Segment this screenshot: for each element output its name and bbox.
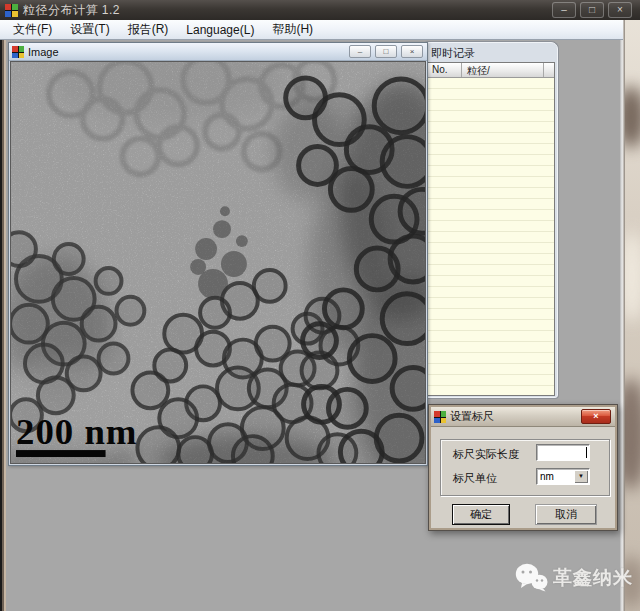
dialog-titlebar[interactable]: 设置标尺 × xyxy=(431,407,615,427)
close-icon[interactable]: × xyxy=(581,409,611,424)
menu-help[interactable]: 帮助(H) xyxy=(263,19,322,40)
text-caret xyxy=(586,447,587,458)
chevron-down-icon[interactable]: ▼ xyxy=(574,470,588,483)
column-header-size[interactable]: 粒径/ xyxy=(462,63,544,77)
image-window-controls: – □ × xyxy=(349,45,423,58)
close-icon[interactable]: × xyxy=(608,2,632,18)
tem-micrograph: 200 nm xyxy=(11,62,425,463)
scale-unit-dropdown[interactable]: nm ▼ xyxy=(536,468,590,485)
window-right-border xyxy=(620,20,625,611)
scale-unit-label: 标尺单位 xyxy=(453,471,497,486)
restore-icon[interactable]: □ xyxy=(375,45,397,58)
minimize-icon[interactable]: – xyxy=(349,45,371,58)
record-table-header: No. 粒径/ xyxy=(427,63,554,78)
scale-bar-line xyxy=(16,450,106,457)
menu-file[interactable]: 文件(F) xyxy=(4,19,61,40)
image-window-titlebar[interactable]: Image – □ × xyxy=(9,43,427,61)
record-table-body[interactable] xyxy=(427,78,554,394)
watermark-text: 革鑫纳米 xyxy=(553,565,633,591)
scale-length-label: 标尺实际长度 xyxy=(453,447,519,462)
watermark: 革鑫纳米 xyxy=(515,563,633,592)
menu-language[interactable]: Language(L) xyxy=(177,21,263,39)
app-icon xyxy=(5,4,18,17)
minimize-icon[interactable]: – xyxy=(552,2,576,18)
scale-bar-label: 200 nm xyxy=(16,411,137,452)
menu-settings[interactable]: 设置(T) xyxy=(61,19,118,40)
menu-report[interactable]: 报告(R) xyxy=(119,19,178,40)
record-panel: 即时记录 No. 粒径/ xyxy=(422,42,558,398)
image-window-title: Image xyxy=(28,46,59,58)
app-title: 粒径分布计算 1.2 xyxy=(23,2,120,19)
image-child-window: Image – □ × xyxy=(8,42,428,466)
record-table: No. 粒径/ xyxy=(426,62,555,396)
maximize-icon[interactable]: □ xyxy=(580,2,604,18)
dialog-title: 设置标尺 xyxy=(450,409,494,424)
ok-button[interactable]: 确定 xyxy=(452,504,510,525)
column-header-no[interactable]: No. xyxy=(427,63,462,77)
column-header-filler xyxy=(544,63,554,77)
main-titlebar[interactable]: 粒径分布计算 1.2 – □ × xyxy=(0,0,640,20)
window-controls: – □ × xyxy=(552,2,632,18)
scale-length-input[interactable] xyxy=(536,444,590,461)
wechat-icon xyxy=(515,563,548,592)
dialog-body: 标尺实际长度 标尺单位 nm ▼ 确定 取消 xyxy=(431,427,615,528)
scale-unit-value: nm xyxy=(540,471,554,482)
menu-bar: 文件(F) 设置(T) 报告(R) Language(L) 帮助(H) xyxy=(0,20,623,40)
scale-bar: 200 nm xyxy=(16,411,137,457)
set-scale-dialog: 设置标尺 × 标尺实际长度 标尺单位 nm ▼ 确定 取消 xyxy=(428,404,618,531)
cancel-button[interactable]: 取消 xyxy=(535,504,597,525)
close-icon[interactable]: × xyxy=(401,45,423,58)
tem-micrograph-canvas[interactable]: 200 nm xyxy=(10,61,426,464)
record-panel-title: 即时记录 xyxy=(423,43,557,61)
window-left-border xyxy=(0,40,7,611)
image-window-icon xyxy=(12,46,24,58)
dialog-icon xyxy=(434,411,446,423)
screenshot-root: 文件(F) 设置(T) 报告(R) Language(L) 帮助(H) Imag… xyxy=(0,0,640,611)
